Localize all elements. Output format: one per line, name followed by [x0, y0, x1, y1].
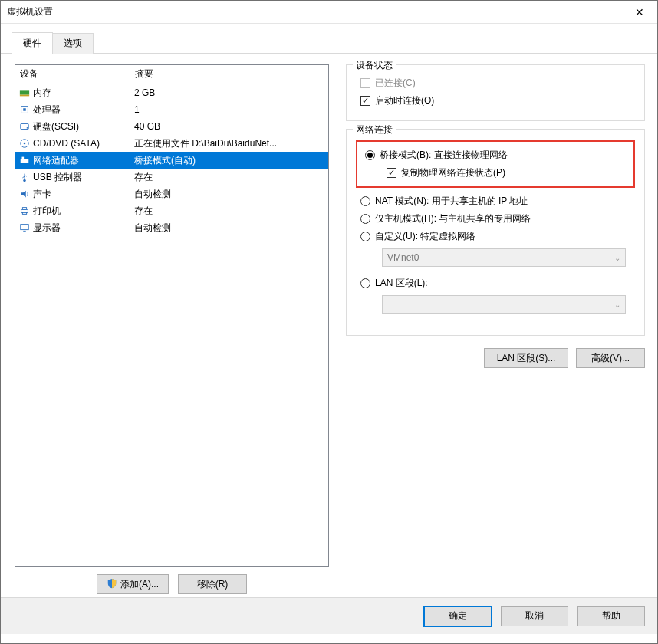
device-row[interactable]: 声卡自动检测	[15, 186, 328, 202]
nat-radio-row[interactable]: NAT 模式(N): 用于共享主机的 IP 地址	[356, 192, 635, 210]
radio-icon	[360, 278, 370, 288]
advanced-label: 高级(V)...	[591, 352, 630, 365]
sound-icon	[18, 188, 31, 200]
custom-vmnet-value: VMnet0	[387, 252, 419, 263]
device-summary: 40 GB	[134, 120, 328, 133]
device-summary: 自动检测	[134, 221, 328, 235]
device-row[interactable]: 硬盘(SCSI)40 GB	[15, 118, 328, 135]
device-summary: 2 GB	[134, 86, 328, 100]
custom-label: 自定义(U): 特定虚拟网络	[375, 230, 475, 243]
device-name: 网络适配器	[33, 153, 134, 167]
device-row[interactable]: 处理器1	[15, 101, 328, 118]
device-row[interactable]: 内存2 GB	[15, 84, 328, 101]
svg-rect-1	[20, 95, 29, 97]
window-title: 虚拟机设置	[7, 5, 53, 18]
checkbox-icon	[360, 78, 370, 88]
device-header[interactable]: 设备	[15, 65, 130, 84]
left-buttons: 添加(A)... 移除(R)	[15, 567, 329, 597]
radio-icon	[360, 214, 370, 224]
device-list-header: 设备 摘要	[15, 65, 328, 84]
ok-button[interactable]: 确定	[424, 606, 492, 626]
hostonly-radio-row[interactable]: 仅主机模式(H): 与主机共享的专用网络	[356, 210, 635, 228]
device-name: 打印机	[33, 204, 134, 218]
custom-radio-row[interactable]: 自定义(U): 特定虚拟网络	[356, 228, 635, 245]
tab-options-label: 选项	[64, 38, 82, 48]
remove-button[interactable]: 移除(R)	[178, 574, 247, 594]
advanced-button[interactable]: 高级(V)...	[576, 348, 645, 368]
device-name: 处理器	[33, 103, 134, 117]
cancel-button[interactable]: 取消	[501, 606, 568, 626]
chevron-down-icon: ⌄	[614, 301, 620, 309]
left-column: 设备 摘要 内存2 GB处理器1硬盘(SCSI)40 GBCD/DVD (SAT…	[15, 64, 329, 597]
bridged-radio-row[interactable]: 桥接模式(B): 直接连接物理网络	[360, 146, 630, 164]
replicate-checkbox-row[interactable]: ✓ 复制物理网络连接状态(P)	[360, 164, 630, 182]
device-name: 声卡	[33, 187, 134, 201]
tab-hardware[interactable]: 硬件	[12, 32, 53, 54]
device-row[interactable]: 显示器自动检测	[15, 219, 328, 236]
connect-at-poweron-row[interactable]: ✓ 启动时连接(O)	[356, 92, 635, 110]
right-buttons: LAN 区段(S)... 高级(V)...	[346, 343, 645, 368]
titlebar: 虚拟机设置 ✕	[1, 1, 657, 24]
lan-segment-radio-row[interactable]: LAN 区段(L):	[356, 274, 635, 292]
device-row[interactable]: CD/DVD (SATA)正在使用文件 D:\BaiDu\BaiduNet...	[15, 135, 328, 152]
device-status-title: 设备状态	[353, 59, 396, 72]
device-summary: 存在	[134, 170, 328, 184]
remove-button-label: 移除(R)	[197, 578, 229, 591]
display-icon	[18, 222, 31, 234]
cpu-icon	[18, 104, 31, 116]
ok-label: 确定	[449, 610, 467, 623]
network-connection-group: 网络连接 桥接模式(B): 直接连接物理网络 ✓ 复制物理网络连接状态(P) N…	[346, 129, 645, 336]
connect-at-poweron-label: 启动时连接(O)	[375, 94, 434, 107]
tab-body: 设备 摘要 内存2 GB处理器1硬盘(SCSI)40 GBCD/DVD (SAT…	[1, 53, 657, 597]
device-row[interactable]: 打印机存在	[15, 202, 328, 219]
device-name: CD/DVD (SATA)	[33, 136, 134, 150]
printer-icon	[18, 205, 31, 217]
lan-segments-label: LAN 区段(S)...	[497, 352, 556, 365]
lan-segment-dropdown[interactable]: ⌄	[382, 295, 626, 314]
device-summary: 存在	[134, 204, 328, 218]
svg-rect-0	[20, 90, 29, 94]
add-button-label: 添加(A)...	[120, 578, 159, 591]
svg-point-5	[27, 127, 28, 129]
hostonly-label: 仅主机模式(H): 与主机共享的专用网络	[375, 212, 531, 225]
close-icon: ✕	[635, 6, 644, 18]
help-button[interactable]: 帮助	[577, 606, 645, 626]
svg-rect-14	[21, 225, 29, 230]
device-summary: 正在使用文件 D:\BaiDu\BaiduNet...	[134, 136, 328, 150]
svg-rect-3	[23, 108, 26, 111]
memory-icon	[18, 87, 31, 99]
highlight-box: 桥接模式(B): 直接连接物理网络 ✓ 复制物理网络连接状态(P)	[356, 140, 635, 188]
svg-point-7	[24, 143, 26, 145]
device-row[interactable]: 网络适配器桥接模式(自动)	[15, 152, 328, 169]
device-summary: 1	[134, 103, 328, 117]
device-list: 设备 摘要 内存2 GB处理器1硬盘(SCSI)40 GBCD/DVD (SAT…	[15, 64, 329, 567]
connected-checkbox-row[interactable]: 已连接(C)	[356, 74, 635, 92]
cancel-label: 取消	[525, 610, 544, 623]
custom-vmnet-dropdown[interactable]: VMnet0 ⌄	[382, 248, 626, 267]
lan-segment-label: LAN 区段(L):	[375, 277, 428, 290]
close-button[interactable]: ✕	[622, 1, 657, 24]
radio-icon	[360, 196, 370, 206]
device-row[interactable]: USB 控制器存在	[15, 169, 328, 186]
bottom-bar: 确定 取消 帮助	[1, 597, 657, 634]
device-name: 显示器	[33, 221, 134, 235]
svg-rect-9	[22, 157, 25, 159]
svg-point-10	[23, 179, 26, 182]
tab-options[interactable]: 选项	[53, 33, 94, 54]
replicate-label: 复制物理网络连接状态(P)	[401, 166, 505, 179]
tab-hardware-label: 硬件	[23, 38, 41, 48]
right-column: 设备状态 已连接(C) ✓ 启动时连接(O) 网络连接 桥接模式(B): 直接连…	[346, 64, 645, 597]
cd-icon	[18, 137, 31, 150]
summary-header[interactable]: 摘要	[130, 65, 328, 84]
device-status-group: 设备状态 已连接(C) ✓ 启动时连接(O)	[346, 64, 645, 121]
add-button[interactable]: 添加(A)...	[97, 574, 169, 594]
radio-icon	[360, 232, 370, 242]
hdd-icon	[18, 120, 31, 133]
lan-segments-button[interactable]: LAN 区段(S)...	[484, 348, 568, 368]
nat-label: NAT 模式(N): 用于共享主机的 IP 地址	[375, 195, 528, 208]
checkbox-icon: ✓	[387, 168, 396, 178]
device-name: USB 控制器	[33, 170, 134, 184]
shield-icon	[107, 578, 117, 591]
connected-label: 已连接(C)	[375, 77, 416, 90]
device-summary: 桥接模式(自动)	[134, 153, 328, 167]
